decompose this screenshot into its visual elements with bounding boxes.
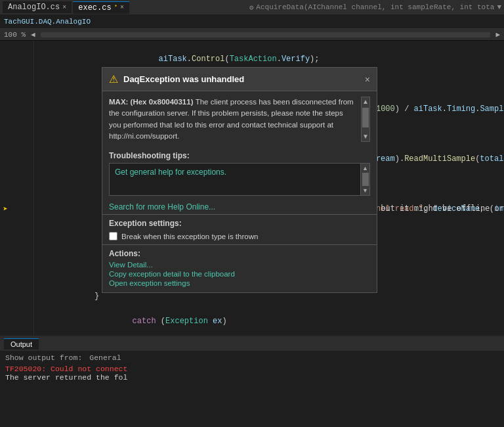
close-tab-analogio[interactable]: × xyxy=(62,4,66,11)
execution-arrow: ➤ xyxy=(3,204,7,214)
horizontal-scrollbar[interactable] xyxy=(41,32,491,37)
ts-scroll-thumb[interactable] xyxy=(362,173,369,186)
scroll-up-arrow[interactable]: ▲ xyxy=(362,97,369,106)
output-source-label: Show output from: General xyxy=(5,353,499,362)
output-line-1: TF205020: Could not connect xyxy=(5,365,499,373)
view-detail-link[interactable]: View Detail... xyxy=(109,261,370,269)
ind-11 xyxy=(0,166,10,178)
ind-10 xyxy=(0,153,10,166)
ind-14: ➤ xyxy=(0,203,10,215)
line-numbers xyxy=(10,41,34,335)
dropdown-icon[interactable]: ▼ xyxy=(497,3,501,11)
tab-exec-label: exec.cs xyxy=(78,3,111,12)
dialog-msg-prefix: MAX: (Hex 0x80040311) The client process… xyxy=(109,98,354,140)
function-bar: TachGUI.DAQ.AnalogIO xyxy=(0,14,504,29)
troubleshooting-label: Troubleshooting tips: xyxy=(109,151,370,160)
bottom-panel: Output Show output from: General TF20502… xyxy=(0,335,504,414)
troubleshoot-scrollbar[interactable]: ▲ ▼ xyxy=(360,164,369,195)
ts-scroll-down[interactable]: ▼ xyxy=(362,187,368,194)
warning-icon: ⚠ xyxy=(109,73,118,85)
hex-code: MAX: (Hex 0x80040311) xyxy=(109,98,196,106)
break-on-exception-label: Break when this exception type is thrown xyxy=(121,233,258,240)
ind-8 xyxy=(0,128,10,141)
dialog-message-scrollbar[interactable]: ▲ ▼ xyxy=(361,97,370,142)
function-selector-text: AcquireData(AIChannel channel, int sampl… xyxy=(256,3,494,11)
ind-3 xyxy=(0,66,10,78)
tab-exec[interactable]: exec.cs * × xyxy=(73,1,129,14)
open-exception-settings-link[interactable]: Open exception settings xyxy=(109,279,370,287)
break-on-exception-checkbox[interactable] xyxy=(109,232,117,240)
line-indicator: ➤ xyxy=(0,41,10,335)
output-source-value: General xyxy=(89,353,121,362)
tab-analogio[interactable]: AnalogIO.cs × xyxy=(3,1,72,13)
ind-6 xyxy=(0,103,10,116)
ind-9 xyxy=(0,141,10,153)
bottom-tabs: Output xyxy=(0,336,504,351)
troubleshoot-link[interactable]: Get general help for exceptions. xyxy=(115,168,226,177)
breadcrumb: TachGUI.DAQ.AnalogIO xyxy=(4,18,91,26)
modified-indicator: * xyxy=(114,5,117,11)
ind-2 xyxy=(0,53,10,66)
troubleshooting-section: Troubleshooting tips: Get general help f… xyxy=(102,147,377,200)
actions-label: Actions: xyxy=(109,249,370,258)
troubleshoot-box: Get general help for exceptions. ▲ ▼ xyxy=(109,163,370,196)
ind-12 xyxy=(0,178,10,191)
function-selector-icon: ⚙ xyxy=(249,3,254,12)
exception-dialog: ⚠ DaqException was unhandled × MAX: (Hex… xyxy=(102,67,377,293)
scroll-left-btn[interactable]: ◀ xyxy=(31,30,35,39)
dialog-close-button[interactable]: × xyxy=(365,74,370,85)
search-help-link[interactable]: Search for more Help Online... xyxy=(102,200,377,214)
dialog-body: MAX: (Hex 0x80040311) The client process… xyxy=(102,91,377,292)
actions-section: Actions: View Detail... Copy exception d… xyxy=(102,245,377,292)
ind-5 xyxy=(0,91,10,103)
ind-13 xyxy=(0,191,10,203)
ind-7 xyxy=(0,116,10,128)
tab-analogio-label: AnalogIO.cs xyxy=(8,3,60,12)
scroll-down-arrow[interactable]: ▼ xyxy=(362,132,369,141)
show-output-from-text: Show output from: xyxy=(5,353,82,362)
ind-15 xyxy=(0,215,10,228)
scroll-thumb[interactable] xyxy=(362,108,369,127)
ts-scroll-up[interactable]: ▲ xyxy=(361,164,369,171)
output-tab[interactable]: Output xyxy=(4,338,39,349)
break-on-exception-row: Break when this exception type is thrown xyxy=(109,232,370,240)
dialog-message-text: MAX: (Hex 0x80040311) The client process… xyxy=(109,97,356,142)
zoom-level: 100 % xyxy=(4,31,26,39)
exception-settings: Exception settings: Break when this exce… xyxy=(102,215,377,244)
scroll-right-btn[interactable]: ▶ xyxy=(495,30,500,39)
ind-4 xyxy=(0,78,10,91)
title-bar: AnalogIO.cs × exec.cs * × ⚙ AcquireData(… xyxy=(0,0,504,14)
dialog-message-area: MAX: (Hex 0x80040311) The client process… xyxy=(102,91,377,147)
exception-settings-label: Exception settings: xyxy=(109,219,370,228)
ind-1 xyxy=(0,41,10,53)
output-line-2: The server returned the fol xyxy=(5,373,499,382)
zoom-bar: 100 % ◀ ▶ xyxy=(0,29,504,41)
close-tab-exec[interactable]: × xyxy=(120,4,124,11)
output-content: Show output from: General TF205020: Coul… xyxy=(0,351,504,414)
dialog-header: ⚠ DaqException was unhandled × xyxy=(102,68,377,91)
copy-exception-link[interactable]: Copy exception detail to the clipboard xyxy=(109,270,370,278)
code-line-12: catch (Exception ex) xyxy=(42,303,504,335)
dialog-title: DaqException was unhandled xyxy=(123,74,360,84)
